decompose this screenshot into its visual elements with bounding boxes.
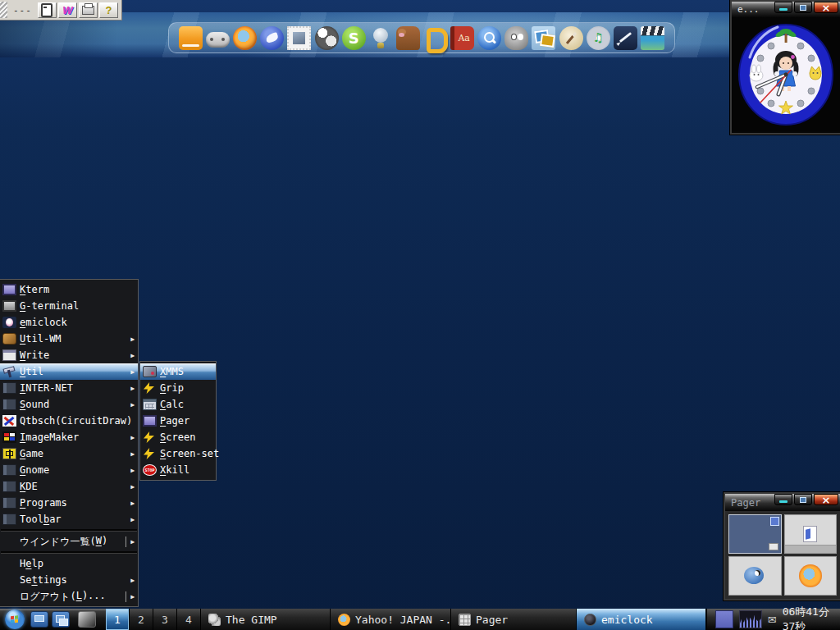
- menu-item-sound[interactable]: Sound▶: [0, 396, 138, 413]
- show-desktop-icon[interactable]: [30, 611, 48, 628]
- workspace-button-4[interactable]: 4: [177, 609, 201, 630]
- firefox-task-icon: [338, 614, 350, 626]
- wand-button[interactable]: W: [58, 2, 77, 18]
- workspace-switcher: 1234: [106, 609, 201, 630]
- menu-item-game[interactable]: Game▶: [0, 445, 138, 462]
- window-preview-icon[interactable]: [78, 611, 96, 628]
- mail-icon[interactable]: ✉: [768, 614, 777, 626]
- minimize-button[interactable]: [774, 494, 792, 505]
- menu-item-window-list[interactable]: ウインドウ一覧(W)▶: [0, 533, 138, 550]
- menu-item-imagemaker[interactable]: ImageMaker▶: [0, 429, 138, 445]
- menu-item-logout[interactable]: ログアウト(L)...▶: [0, 588, 138, 605]
- menu-item-kde[interactable]: KDE▶: [0, 478, 138, 495]
- menu-item-calc[interactable]: Calc: [140, 396, 216, 413]
- start-orb[interactable]: [5, 609, 25, 629]
- lightning-icon: [143, 431, 157, 443]
- label-part: Tool: [20, 514, 43, 525]
- workspace-button-1[interactable]: 1: [106, 609, 130, 630]
- submenu-arrow-icon: ▶: [130, 385, 135, 392]
- minimize-button[interactable]: [774, 2, 792, 13]
- close-button[interactable]: [814, 2, 838, 13]
- menu-item-xmms[interactable]: XMMS: [140, 363, 216, 380]
- photos-icon[interactable]: [532, 26, 555, 50]
- menu-item-grip[interactable]: Grip: [140, 380, 216, 396]
- folder-icon: [2, 464, 16, 476]
- menu-item-xkill[interactable]: Xkill: [140, 462, 216, 478]
- menu-item-help[interactable]: Help: [0, 555, 138, 572]
- menu-item-screen[interactable]: Screen: [140, 429, 216, 445]
- menu-item-gnome[interactable]: Gnome▶: [0, 462, 138, 478]
- workspace-4[interactable]: [784, 556, 838, 596]
- task-button-1[interactable]: Yahoo! JAPAN -...: [331, 609, 451, 630]
- root-menu: KtermG-terminalemiclockUtil-WM▶Write▶Uti…: [0, 279, 139, 607]
- gamepad-icon[interactable]: [206, 32, 230, 48]
- menu-item-util[interactable]: Util▶: [0, 363, 138, 380]
- drive-icon[interactable]: [179, 26, 203, 50]
- label-part: P: [20, 497, 25, 509]
- workspace-button-2[interactable]: 2: [130, 609, 153, 630]
- cow-icon[interactable]: [396, 26, 420, 50]
- bluebird-icon[interactable]: [260, 26, 284, 50]
- task-button-2[interactable]: Pager: [451, 609, 577, 630]
- workspace-button-3[interactable]: 3: [153, 609, 177, 630]
- maximize-button[interactable]: [794, 2, 812, 13]
- label-part: term: [25, 284, 49, 295]
- office-icon[interactable]: [423, 26, 447, 50]
- menu-item-pager[interactable]: Pager: [140, 413, 216, 429]
- firefox-icon[interactable]: [233, 26, 257, 50]
- menu-item-programs[interactable]: Programs▶: [0, 495, 138, 511]
- paint-icon[interactable]: [559, 26, 583, 50]
- menu-item-qtbsch[interactable]: Qtbsch(CircuitDraw): [0, 413, 138, 429]
- system-tray: ✉ 06時41分37秒: [706, 609, 840, 630]
- workspace-2[interactable]: [784, 514, 838, 554]
- label-part: X: [160, 366, 166, 377]
- stop-icon: [143, 464, 157, 476]
- label-part: tings: [38, 574, 67, 586]
- menu-item-kterm[interactable]: Kterm: [0, 281, 138, 298]
- emiclock-titlebar[interactable]: e...: [732, 2, 840, 17]
- pager-titlebar[interactable]: Pager: [725, 494, 840, 511]
- magic-wand-icon: W: [62, 4, 72, 16]
- menu-item-toolbar[interactable]: Toolbar▶: [0, 511, 138, 527]
- lightbulb-icon[interactable]: [369, 26, 393, 50]
- anime-clock-graphic: [737, 21, 835, 129]
- panel-grip-handle[interactable]: [0, 2, 7, 18]
- globe-icon[interactable]: [315, 26, 339, 50]
- menu-item-settings[interactable]: Settings▶: [0, 572, 138, 588]
- tray-pager-applet[interactable]: [715, 610, 733, 628]
- skype-icon[interactable]: [342, 26, 366, 50]
- taskbar-clock: 06時41分37秒: [783, 605, 833, 630]
- menu-item-write[interactable]: Write▶: [0, 347, 138, 363]
- pager-window: Pager: [724, 492, 840, 600]
- printer-icon: [82, 6, 94, 15]
- maximize-button[interactable]: [794, 494, 812, 505]
- search-icon[interactable]: [477, 26, 501, 50]
- menu-item-util-wm[interactable]: Util-WM▶: [0, 331, 138, 347]
- pager-device-button[interactable]: [38, 2, 57, 18]
- submenu-arrow-icon: ▶: [130, 483, 135, 491]
- task-button-0[interactable]: The GIMP: [201, 609, 331, 630]
- menu-item-screen-set[interactable]: Screen-set: [140, 445, 216, 462]
- menu-item-label: Util: [20, 366, 43, 377]
- music-cd-icon[interactable]: [587, 26, 610, 50]
- dictionary-icon[interactable]: [450, 26, 474, 50]
- movie-icon[interactable]: [641, 26, 664, 50]
- cascade-windows-icon[interactable]: [52, 611, 70, 628]
- calc-icon: [143, 399, 157, 410]
- workspace-1[interactable]: [728, 514, 782, 554]
- task-button-3[interactable]: emiclock: [577, 609, 706, 630]
- menu-item-icon-spacer: [2, 558, 16, 569]
- pen-icon[interactable]: [614, 26, 637, 50]
- label-part: lp: [31, 558, 43, 569]
- label-part: I: [20, 431, 25, 443]
- menu-item-g-terminal[interactable]: G-terminal: [0, 298, 138, 314]
- print-button[interactable]: [79, 2, 98, 18]
- help-button[interactable]: ?: [99, 2, 118, 18]
- workspace-3[interactable]: [728, 556, 782, 596]
- close-button[interactable]: [814, 494, 838, 505]
- stamp-icon[interactable]: [287, 26, 311, 50]
- load-meter-applet[interactable]: [739, 610, 762, 628]
- gimp-icon[interactable]: [504, 26, 528, 50]
- menu-item-inter-net[interactable]: INTER-NET▶: [0, 380, 138, 396]
- menu-item-emiclock[interactable]: emiclock: [0, 314, 138, 331]
